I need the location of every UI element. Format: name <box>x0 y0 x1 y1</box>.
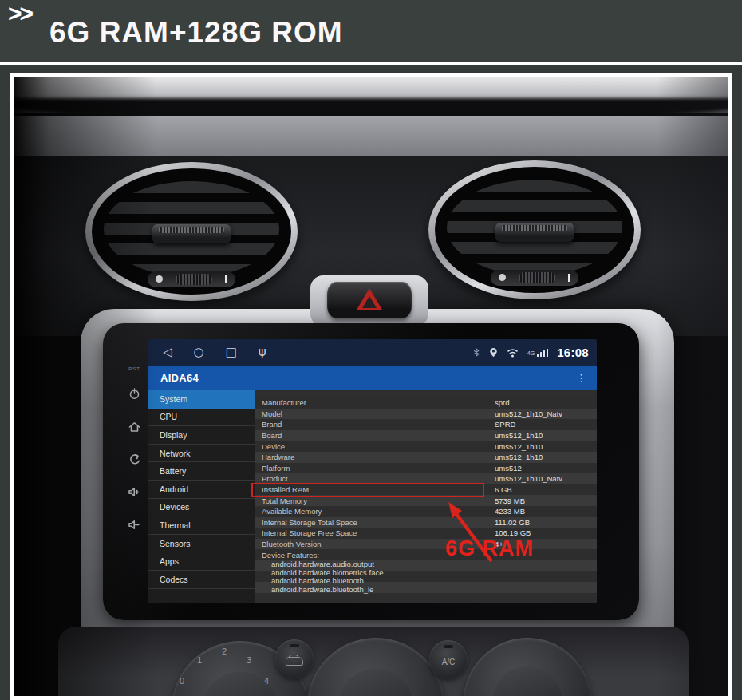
hazard-button[interactable] <box>327 282 412 318</box>
feature-item: android.hardware.audio.output <box>255 560 597 569</box>
sidebar-item-thermal[interactable]: Thermal <box>148 516 255 535</box>
home-icon[interactable]: ○ <box>194 346 204 358</box>
return-icon[interactable] <box>128 453 140 465</box>
volume-down-icon[interactable] <box>128 518 140 531</box>
page-header: >> 6G RAM+128G ROM <box>0 0 742 62</box>
dial-mark <box>568 274 570 282</box>
sidebar-item-android[interactable]: Android <box>148 481 255 499</box>
dial-dot <box>156 275 163 283</box>
recents-icon[interactable]: □ <box>226 346 237 358</box>
info-value: ums512_1h10_Natv <box>495 409 562 418</box>
sidebar-item-devices[interactable]: Devices <box>148 499 255 517</box>
info-label: Internal Storage Total Space <box>255 518 495 527</box>
details-rows-area: ManufacturersprdModelums512_1h10_NatvBra… <box>255 397 597 603</box>
vent-opening <box>92 168 291 295</box>
system-info-rows: ManufacturersprdModelums512_1h10_NatvBra… <box>255 397 597 549</box>
kebab-menu-icon[interactable]: ⋮ <box>576 372 597 384</box>
sidebar-item-label: Devices <box>160 502 189 512</box>
sidebar-item-system[interactable]: System <box>148 390 255 409</box>
temperature-knob[interactable] <box>307 638 444 696</box>
app-bar: AIDA64 ⋮ <box>148 366 597 390</box>
status-icons: 4G 16:08 <box>472 346 597 359</box>
info-label: Board <box>255 431 495 440</box>
info-value: 4233 MB <box>495 507 525 516</box>
info-row-internal-storage-free-space: Internal Storage Free Space106.19 GB <box>255 528 597 539</box>
fan-level-label: 4 <box>264 676 269 686</box>
dial-knob <box>176 274 212 285</box>
dial-knob <box>519 272 555 283</box>
sidebar-item-display[interactable]: Display <box>148 426 255 445</box>
info-row-internal-storage-total-space: Internal Storage Total Space111.02 GB <box>255 517 597 528</box>
info-label: Platform <box>255 464 495 473</box>
info-row-hardware: Hardwareums512_1h10 <box>255 452 597 463</box>
usb-icon[interactable]: ψ <box>259 346 266 358</box>
info-value: SPRD <box>495 420 515 429</box>
page: >> 6G RAM+128G ROM <box>0 0 742 700</box>
power-icon[interactable] <box>128 387 140 400</box>
vent-direction-slider[interactable] <box>152 224 231 243</box>
sidebar-item-apps[interactable]: Apps <box>148 552 255 571</box>
nav-icons: ◁○□ψ <box>148 346 266 358</box>
volume-up-icon[interactable] <box>128 485 140 498</box>
sidebar-item-label: Battery <box>160 466 186 476</box>
sidebar-item-network[interactable]: Network <box>148 445 255 463</box>
info-value: 111.02 GB <box>495 518 530 527</box>
home-icon[interactable] <box>128 420 140 433</box>
location-icon <box>489 347 498 358</box>
fan-level-label: 1 <box>197 655 202 665</box>
sidebar-item-label: Thermal <box>160 520 191 530</box>
right-air-vent[interactable] <box>428 160 641 299</box>
sidebar-item-battery[interactable]: Battery <box>148 462 255 481</box>
fan-level-label: 3 <box>247 655 251 665</box>
fan-level-label: 0 <box>180 676 184 686</box>
back-icon[interactable]: ◁ <box>163 346 172 358</box>
left-air-vent[interactable] <box>85 162 298 301</box>
android-screen: ◁○□ψ <box>148 339 597 603</box>
info-value: ums512_1h10 <box>495 431 543 440</box>
status-bar: ◁○□ψ <box>148 339 597 366</box>
info-label: Manufacturer <box>255 398 495 407</box>
info-value: ums512_1h10 <box>495 453 543 461</box>
info-row-bluetooth-version: Bluetooth Version4+ <box>255 539 597 550</box>
dial-mark <box>225 275 227 283</box>
vent-flow-dial[interactable] <box>491 270 578 286</box>
info-value: sprd <box>495 398 509 407</box>
ac-label: A/C <box>442 658 456 666</box>
vent-direction-slider[interactable] <box>495 223 574 242</box>
network-type-label: 4G <box>527 350 535 356</box>
info-label: Available Memory <box>255 507 495 516</box>
ac-button[interactable]: A/C <box>429 640 468 678</box>
signal-icon: 4G <box>527 349 548 357</box>
info-row-brand: BrandSPRD <box>255 419 597 430</box>
info-label: Product <box>255 474 495 483</box>
sidebar-item-sensors[interactable]: Sensors <box>148 535 255 553</box>
wifi-icon <box>507 348 519 358</box>
sidebar-item-label: System <box>160 394 187 404</box>
bluetooth-icon <box>472 347 480 358</box>
info-row-manufacturer: Manufacturersprd <box>255 397 597 409</box>
car-icon <box>286 657 303 666</box>
info-row-available-memory: Available Memory4233 MB <box>255 506 597 517</box>
sidebar-item-codecs[interactable]: Codecs <box>148 571 255 589</box>
info-value: ums512_1h10 <box>495 442 543 451</box>
info-row-board: Boardums512_1h10 <box>255 430 597 441</box>
info-label: Brand <box>255 420 495 429</box>
info-value: ums512_1h10_Natv <box>495 474 562 483</box>
header-divider <box>0 62 742 65</box>
sidebar-item-label: Codecs <box>160 575 188 584</box>
clock: 16:08 <box>557 346 589 359</box>
hazard-triangle-icon <box>357 288 382 310</box>
sidebar-list: SystemCPUDisplayNetworkBatteryAndroidDev… <box>148 390 255 603</box>
device-features-label: Device Features: <box>255 549 597 560</box>
mode-knob[interactable] <box>464 638 591 696</box>
vent-opening <box>435 167 634 293</box>
vent-flow-dial[interactable] <box>148 271 235 287</box>
head-unit-side-buttons <box>124 387 144 531</box>
sidebar-item-cpu[interactable]: CPU <box>148 409 255 427</box>
page-title: 6G RAM+128G ROM <box>49 16 343 49</box>
annotation-text: 6G RAM <box>445 536 534 561</box>
info-label: Hardware <box>255 453 495 461</box>
recirculation-button[interactable] <box>275 639 314 678</box>
climate-panel: 01234 A/C <box>58 627 689 696</box>
sidebar-item-label: Sensors <box>160 539 191 548</box>
